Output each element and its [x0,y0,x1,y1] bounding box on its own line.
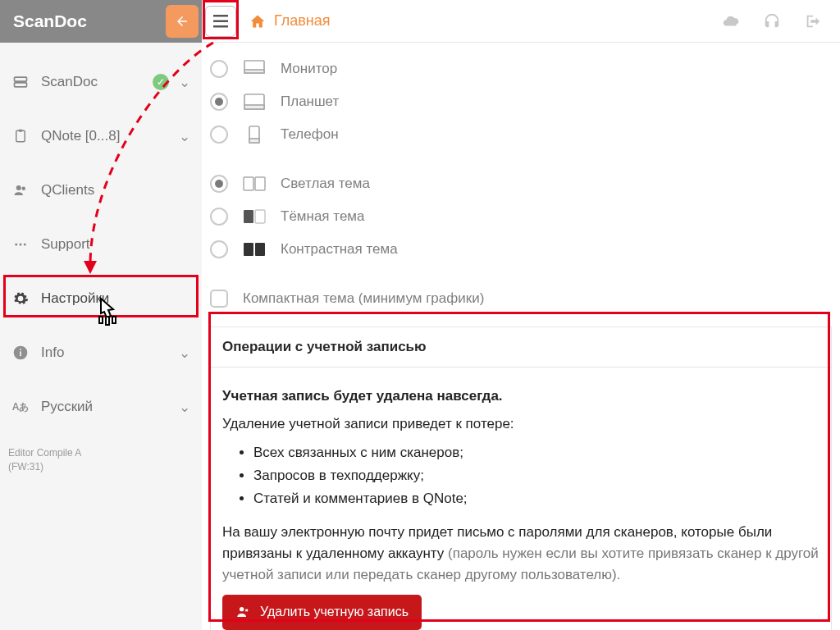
users-icon [11,183,30,198]
radio-icon [210,208,228,226]
sidebar-item-settings[interactable]: Настройки [0,279,202,318]
theme-light-icon [243,176,266,191]
svg-rect-20 [249,139,259,143]
svg-rect-0 [15,77,27,81]
phone-icon [243,126,266,144]
main: Главная Монитор Планшет Телефон [202,0,840,630]
tablet-icon [243,94,266,110]
settings-content: Монитор Планшет Телефон Светлая тема Тём… [202,43,840,630]
back-button[interactable] [166,5,199,38]
viewmode-tablet[interactable]: Планшет [210,85,832,118]
svg-rect-3 [19,130,23,132]
panel-body: Учетная запись будет удалена навсегда. У… [211,368,831,630]
svg-rect-12 [213,15,228,17]
radio-icon [210,60,228,78]
brand: ScanDoc [13,11,87,31]
language-icon: Aあ [11,400,30,414]
viewmode-phone[interactable]: Телефон [210,118,832,151]
consequences-list: Всех связанных с ним сканеров; Запросов … [253,442,819,510]
svg-rect-10 [20,351,21,356]
radio-icon [210,240,228,258]
svg-rect-18 [244,105,264,109]
radio-label: Контрастная тема [281,241,398,258]
editor-line2: (FW:31) [8,460,81,474]
sidebar-item-qnote[interactable]: QNote [0...8] ⌄ [0,116,202,156]
svg-point-6 [15,244,17,246]
sidebar-item-label: ScanDoc [41,74,167,90]
checkbox-label: Компактная тема (минимум графики) [243,290,484,307]
delete-label: Удалить учетную запись [260,602,409,623]
sidebar-item-label: Support [41,236,190,253]
svg-rect-24 [255,210,265,223]
viewmode-monitor[interactable]: Монитор [210,52,832,85]
clipboard-icon [11,128,30,144]
radio-icon [210,126,228,144]
svg-point-27 [240,607,244,611]
lead-text: Учетная запись будет удалена навсегда. [222,386,819,407]
svg-rect-21 [244,177,253,190]
svg-point-7 [20,244,22,246]
svg-rect-1 [15,83,27,87]
list-item: Запросов в техподдержку; [253,465,819,486]
sidebar-item-label: Русский [41,399,167,415]
chevron-down-icon: ⌄ [179,128,190,145]
sidebar-item-qclients[interactable]: QClients [0,171,202,210]
headset-icon[interactable] [763,12,781,30]
checkbox-icon [210,290,228,308]
topbar-actions [722,12,840,30]
chevron-down-icon: ⌄ [179,74,190,91]
arrow-left-icon [175,14,189,29]
user-remove-icon [235,605,250,619]
hamburger-button[interactable] [205,6,236,37]
radio-label: Светлая тема [281,176,370,192]
svg-rect-11 [20,349,21,350]
radio-icon [210,93,228,111]
theme-compact[interactable]: Компактная тема (минимум графики) [210,282,832,315]
svg-rect-26 [255,243,265,256]
drive-icon [11,74,30,90]
chevron-down-icon: ⌄ [179,345,190,362]
monitor-icon [243,60,266,78]
account-panel: Операции с учетной записью Учетная запис… [210,326,832,630]
hamburger-icon [213,15,228,28]
theme-light[interactable]: Светлая тема [210,167,832,200]
theme-contrast-icon [243,242,266,257]
logout-icon[interactable] [804,12,822,30]
note-text: На вашу электронную почту придет письмо … [222,522,819,587]
cloud-download-icon[interactable] [722,12,740,30]
sidebar-item-support[interactable]: Support [0,225,202,264]
support-icon [11,237,30,252]
theme-dark-icon [243,209,266,224]
sidebar-header: ScanDoc [0,0,202,43]
chevron-down-icon: ⌄ [179,399,190,416]
list-item: Всех связанных с ним сканеров; [253,442,819,463]
topbar: Главная [202,0,840,43]
list-item: Статей и комментариев в QNote; [253,488,819,509]
radio-label: Тёмная тема [281,208,365,225]
delete-account-button[interactable]: Удалить учетную запись [222,595,422,630]
svg-rect-13 [213,20,228,22]
radio-label: Телефон [281,126,339,143]
theme-dark[interactable]: Тёмная тема [210,200,832,233]
svg-rect-22 [255,177,265,190]
radio-label: Планшет [281,94,339,110]
gear-icon [11,290,30,307]
svg-point-4 [16,185,21,190]
theme-contrast[interactable]: Контрастная тема [210,233,832,266]
breadcrumb[interactable]: Главная [249,12,331,30]
panel-title: Операции с учетной записью [211,327,831,368]
info-icon [11,345,30,361]
sidebar-item-label: Info [41,345,167,361]
svg-point-8 [24,244,26,246]
radio-icon [210,175,228,193]
sidebar: ScanDoc ScanDoc ✓ ⌄ QNote [0...8] ⌄ QCli… [0,0,202,630]
sidebar-item-info[interactable]: Info ⌄ [0,333,202,372]
home-icon [249,13,266,30]
editor-line1: Editor Compile A [8,446,81,460]
sidebar-item-scandoc[interactable]: ScanDoc ✓ ⌄ [0,62,202,102]
sidebar-item-language[interactable]: Aあ Русский ⌄ [0,387,202,427]
svg-rect-25 [244,243,253,256]
svg-rect-2 [16,130,25,142]
editor-info: Editor Compile A (FW:31) [8,446,81,474]
breadcrumb-home: Главная [274,12,331,30]
